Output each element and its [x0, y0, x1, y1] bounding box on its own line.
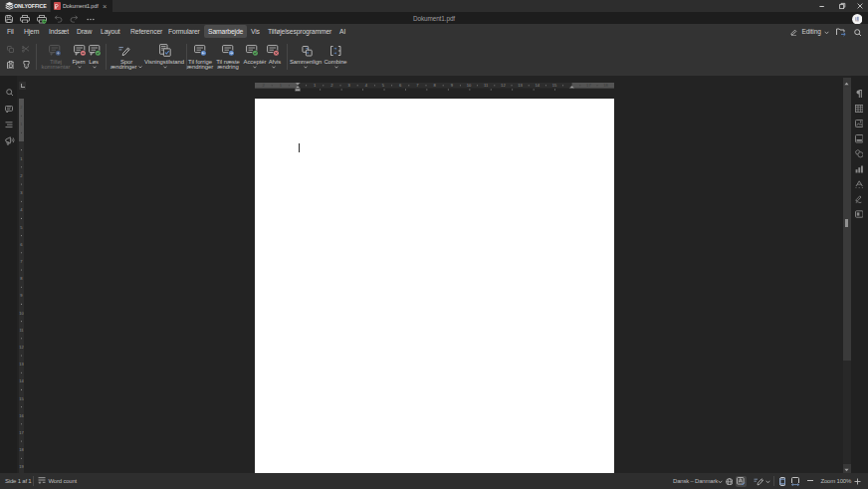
svg-text:14: 14: [536, 83, 541, 88]
svg-text:10: 10: [19, 311, 24, 316]
svg-text:10: 10: [467, 83, 472, 88]
svg-text:13: 13: [518, 83, 523, 88]
svg-text:18: 18: [603, 83, 608, 88]
svg-text:17: 17: [19, 430, 24, 435]
svg-text:11: 11: [484, 83, 489, 88]
svg-text:18: 18: [19, 447, 24, 452]
svg-text:17: 17: [586, 83, 591, 88]
svg-text:13: 13: [19, 362, 24, 367]
svg-text:12: 12: [501, 83, 506, 88]
svg-text:14: 14: [19, 378, 24, 383]
svg-text:15: 15: [19, 396, 24, 401]
svg-text:16: 16: [19, 413, 24, 418]
svg-text:19: 19: [19, 464, 24, 469]
svg-text:12: 12: [19, 345, 24, 350]
svg-text:15: 15: [552, 83, 557, 88]
svg-text:11: 11: [19, 328, 24, 333]
